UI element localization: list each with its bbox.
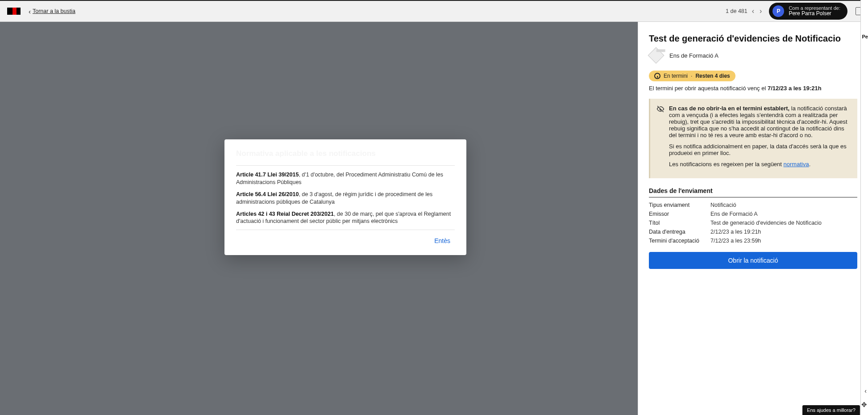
deadline-line: El termini per obrir aquesta notificació… [649,85,857,92]
org-name: Ens de Formació A [669,52,718,59]
k-entrega: Data d'entrega [649,229,706,235]
normativa-link[interactable]: normativa [784,161,809,168]
topbar: ‹ Tornar a la bustia 1 de 481 ‹ › P Com … [0,0,868,22]
detail-panel: Test de generació d'evidencies de Notifi… [638,22,868,415]
v-entrega: 2/12/23 a les 19:21h [710,229,857,235]
user-chip[interactable]: P Com a representant de: Pere Parra Pols… [769,3,847,20]
notice-p2: Si es notifica addicionalment en paper, … [669,143,850,156]
right-edge-text: Pe [862,34,868,39]
org-logo-icon [648,47,664,64]
pager: 1 de 481 ‹ › [726,7,763,15]
section-title: Dades de l'enviament [649,187,857,197]
right-edge-strip: Pe ‹ ✥ [860,0,868,415]
org-row: Ens de Formació A [649,48,857,63]
feedback-tab[interactable]: Ens ajudes a millorar? [802,405,860,415]
status-pill: En termini · Resten 4 dies [649,71,735,81]
pager-prev[interactable]: ‹ [751,7,755,15]
v-tipus: Notificació [710,202,857,208]
notice-box: En cas de no obrir-la en el termini esta… [649,99,857,178]
pager-text: 1 de 481 [726,8,748,14]
main: Contingut n obrir la Normativa aplicable… [0,22,868,415]
v-titol: Test de generació d'evidencies de Notifi… [710,220,857,226]
status-rest: Resten 4 dies [695,73,730,79]
modal-article-1: Article 41.7 Llei 39/2015, d'1 d'octubre… [236,171,455,186]
k-titol: Títol [649,220,706,226]
k-accept: Termini d'acceptació [649,238,706,244]
document-viewer: Contingut n obrir la Normativa aplicable… [0,22,638,415]
modal-title: Normativa aplicable a les notificacions [236,149,455,158]
user-text: Com a representant de: Pere Parra Polser [789,5,840,17]
k-emissor: Emissor [649,211,706,217]
v-accept: 7/12/23 a les 23:59h [710,238,857,244]
open-notification-button[interactable]: Obrir la notificació [649,252,857,269]
notice-p3: Les notificacions es regeixen per la seg… [669,161,850,168]
move-icon[interactable]: ✥ [861,401,867,409]
normativa-modal: Normativa aplicable a les notificacions … [224,139,466,255]
modal-ok-button[interactable]: Entès [430,235,455,247]
user-line2: Pere Parra Polser [789,11,840,17]
back-link-wrap: ‹ Tornar a la bustia [29,8,75,15]
clock-icon [654,73,660,79]
notification-title: Test de generació d'evidencies de Notifi… [649,34,857,44]
chevron-left-small-icon[interactable]: ‹ [864,387,867,394]
details-grid: Tipus enviament Notificació Emissor Ens … [649,202,857,244]
chevron-left-icon: ‹ [29,8,31,15]
logo-icon [7,8,21,15]
eye-off-icon [656,105,664,113]
modal-article-3: Articles 42 i 43 Reial Decret 203/2021, … [236,210,455,226]
pager-next[interactable]: › [759,7,763,15]
back-link[interactable]: Tornar a la bustia [33,8,75,14]
v-emissor: Ens de Formació A [710,211,857,217]
modal-article-2: Article 56.4 Llei 26/2010, de 3 d'agost,… [236,191,455,206]
status-prefix: En termini [664,73,688,79]
status-sep: · [691,73,692,79]
avatar: P [772,5,784,17]
app-logo [7,8,21,15]
notice-p1: En cas de no obrir-la en el termini esta… [669,105,850,138]
k-tipus: Tipus enviament [649,202,706,208]
